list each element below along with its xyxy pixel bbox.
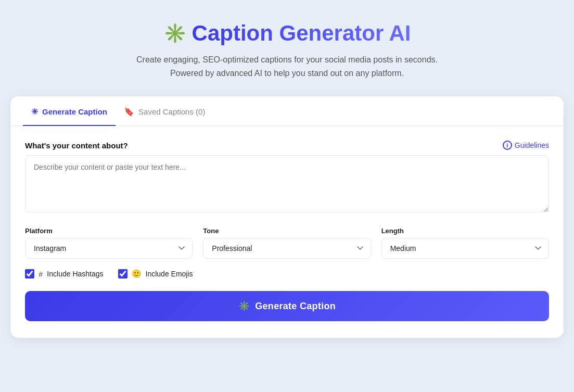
length-group: Length Short Medium Long — [381, 227, 549, 259]
generate-btn-icon: ✳️ — [238, 300, 250, 312]
tone-select[interactable]: Professional Casual Funny Inspirational … — [203, 238, 371, 259]
card-body: What's your content about? i Guidelines … — [10, 126, 564, 338]
tab-bar: ✳ Generate Caption 🔖 Saved Captions (0) — [10, 96, 564, 126]
tone-group: Tone Professional Casual Funny Inspirati… — [203, 227, 371, 259]
guidelines-link[interactable]: i Guidelines — [503, 141, 549, 150]
generate-button[interactable]: ✳️ Generate Caption — [25, 291, 549, 321]
dropdowns-row: Platform Instagram Twitter Facebook Link… — [25, 227, 549, 259]
app-title-row: ✳️ Caption Generator AI — [136, 21, 438, 46]
platform-select[interactable]: Instagram Twitter Facebook LinkedIn TikT… — [25, 238, 193, 259]
app-title: Caption Generator AI — [192, 21, 411, 46]
platform-label: Platform — [25, 227, 193, 235]
generate-tab-icon: ✳ — [31, 107, 38, 117]
main-card: ✳ Generate Caption 🔖 Saved Captions (0) … — [10, 96, 564, 338]
saved-tab-icon: 🔖 — [124, 107, 134, 117]
emojis-checkbox-label[interactable]: 🙂 Include Emojis — [118, 269, 193, 279]
info-icon: i — [503, 141, 512, 150]
app-subtitle: Create engaging, SEO-optimized captions … — [136, 53, 438, 80]
tab-generate[interactable]: ✳ Generate Caption — [23, 96, 116, 126]
length-select[interactable]: Short Medium Long — [381, 238, 549, 259]
checkboxes-row: # Include Hashtags 🙂 Include Emojis — [25, 269, 549, 279]
hashtags-checkbox[interactable] — [25, 269, 34, 279]
length-label: Length — [381, 227, 549, 235]
hashtags-checkbox-label[interactable]: # Include Hashtags — [25, 269, 104, 279]
tone-label: Tone — [203, 227, 371, 235]
content-label: What's your content about? — [25, 141, 128, 150]
emoji-icon: 🙂 — [132, 269, 142, 279]
hashtag-icon: # — [39, 270, 43, 279]
emojis-checkbox[interactable] — [118, 269, 127, 279]
app-header: ✳️ Caption Generator AI Create engaging,… — [136, 21, 438, 80]
content-textarea[interactable] — [25, 155, 549, 212]
platform-group: Platform Instagram Twitter Facebook Link… — [25, 227, 193, 259]
wand-icon: ✳️ — [163, 22, 187, 44]
tab-saved[interactable]: 🔖 Saved Captions (0) — [116, 96, 213, 126]
content-section-header: What's your content about? i Guidelines — [25, 141, 549, 150]
